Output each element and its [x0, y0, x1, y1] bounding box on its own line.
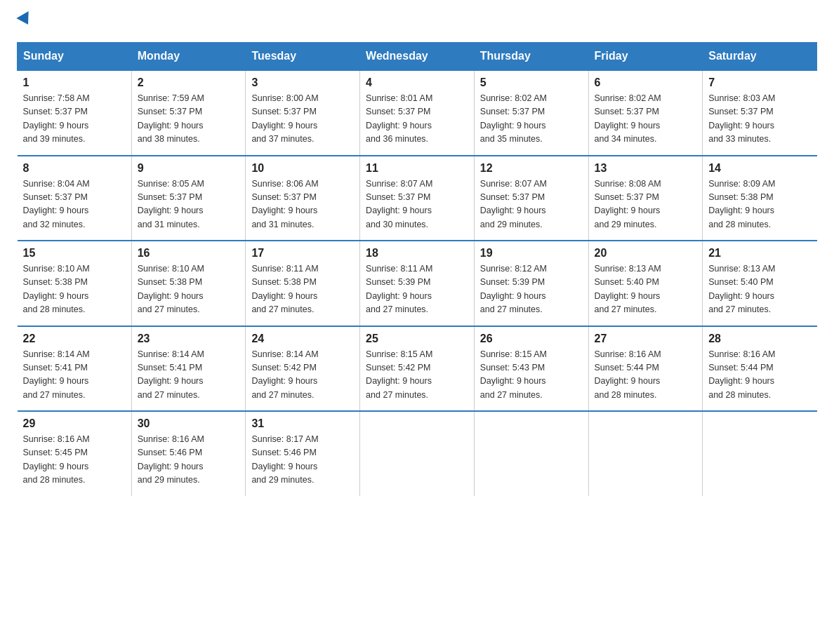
- day-info: Sunrise: 8:14 AM Sunset: 5:42 PM Dayligh…: [251, 348, 354, 403]
- day-info: Sunrise: 7:58 AM Sunset: 5:37 PM Dayligh…: [23, 92, 126, 147]
- header-thursday: Thursday: [474, 43, 588, 71]
- calendar-cell: 5 Sunrise: 8:02 AM Sunset: 5:37 PM Dayli…: [474, 70, 588, 156]
- day-number: 29: [23, 417, 126, 430]
- day-number: 23: [138, 333, 240, 345]
- day-number: 8: [23, 162, 126, 175]
- calendar-cell: 21 Sunrise: 8:13 AM Sunset: 5:40 PM Dayl…: [703, 241, 817, 326]
- day-info: Sunrise: 8:10 AM Sunset: 5:38 PM Dayligh…: [138, 262, 240, 317]
- calendar-cell: 12 Sunrise: 8:07 AM Sunset: 5:37 PM Dayl…: [474, 156, 588, 241]
- day-number: 20: [595, 247, 697, 260]
- calendar-cell: 14 Sunrise: 8:09 AM Sunset: 5:38 PM Dayl…: [703, 156, 817, 241]
- day-number: 18: [366, 247, 468, 260]
- day-info: Sunrise: 8:07 AM Sunset: 5:37 PM Dayligh…: [480, 177, 583, 232]
- day-number: 14: [708, 162, 811, 175]
- calendar-cell: [474, 411, 588, 496]
- day-number: 2: [138, 76, 240, 89]
- header-saturday: Saturday: [703, 43, 817, 71]
- header-friday: Friday: [588, 43, 703, 71]
- header-monday: Monday: [131, 43, 246, 71]
- header-tuesday: Tuesday: [246, 43, 360, 71]
- day-number: 19: [480, 247, 583, 260]
- calendar-cell: 25 Sunrise: 8:15 AM Sunset: 5:42 PM Dayl…: [360, 326, 475, 412]
- header-sunday: Sunday: [18, 43, 132, 71]
- calendar-cell: 13 Sunrise: 8:08 AM Sunset: 5:37 PM Dayl…: [588, 156, 703, 241]
- day-info: Sunrise: 8:16 AM Sunset: 5:44 PM Dayligh…: [595, 348, 697, 403]
- calendar-cell: 3 Sunrise: 8:00 AM Sunset: 5:37 PM Dayli…: [246, 70, 360, 156]
- page-header: [17, 17, 817, 28]
- calendar-cell: 24 Sunrise: 8:14 AM Sunset: 5:42 PM Dayl…: [246, 326, 360, 412]
- calendar-cell: 10 Sunrise: 8:06 AM Sunset: 5:37 PM Dayl…: [246, 156, 360, 241]
- calendar-cell: [360, 411, 475, 496]
- day-number: 15: [23, 247, 126, 260]
- day-number: 12: [480, 162, 583, 175]
- calendar-cell: 22 Sunrise: 8:14 AM Sunset: 5:41 PM Dayl…: [18, 326, 132, 412]
- day-info: Sunrise: 8:14 AM Sunset: 5:41 PM Dayligh…: [23, 348, 126, 403]
- calendar-cell: 18 Sunrise: 8:11 AM Sunset: 5:39 PM Dayl…: [360, 241, 475, 326]
- week-row: 22 Sunrise: 8:14 AM Sunset: 5:41 PM Dayl…: [18, 326, 817, 412]
- day-number: 25: [366, 333, 468, 345]
- calendar-cell: 17 Sunrise: 8:11 AM Sunset: 5:38 PM Dayl…: [246, 241, 360, 326]
- calendar-cell: 19 Sunrise: 8:12 AM Sunset: 5:39 PM Dayl…: [474, 241, 588, 326]
- day-number: 22: [23, 333, 126, 345]
- calendar-cell: 8 Sunrise: 8:04 AM Sunset: 5:37 PM Dayli…: [18, 156, 132, 241]
- day-number: 6: [595, 76, 697, 89]
- day-info: Sunrise: 8:12 AM Sunset: 5:39 PM Dayligh…: [480, 262, 583, 317]
- day-info: Sunrise: 8:14 AM Sunset: 5:41 PM Dayligh…: [138, 348, 240, 403]
- day-number: 26: [480, 333, 583, 345]
- day-number: 5: [480, 76, 583, 89]
- calendar-cell: 29 Sunrise: 8:16 AM Sunset: 5:45 PM Dayl…: [18, 411, 132, 496]
- week-row: 1 Sunrise: 7:58 AM Sunset: 5:37 PM Dayli…: [18, 70, 817, 156]
- day-number: 1: [23, 76, 126, 89]
- day-info: Sunrise: 8:09 AM Sunset: 5:38 PM Dayligh…: [708, 177, 811, 232]
- calendar-cell: 11 Sunrise: 8:07 AM Sunset: 5:37 PM Dayl…: [360, 156, 475, 241]
- day-number: 17: [251, 247, 354, 260]
- day-info: Sunrise: 8:11 AM Sunset: 5:39 PM Dayligh…: [366, 262, 468, 317]
- day-number: 13: [595, 162, 697, 175]
- logo: [17, 17, 32, 28]
- calendar-cell: 23 Sunrise: 8:14 AM Sunset: 5:41 PM Dayl…: [131, 326, 246, 412]
- day-info: Sunrise: 8:02 AM Sunset: 5:37 PM Dayligh…: [595, 92, 697, 147]
- day-info: Sunrise: 8:13 AM Sunset: 5:40 PM Dayligh…: [595, 262, 697, 317]
- calendar-table: SundayMondayTuesdayWednesdayThursdayFrid…: [17, 42, 817, 496]
- day-info: Sunrise: 8:05 AM Sunset: 5:37 PM Dayligh…: [138, 177, 240, 232]
- day-info: Sunrise: 8:11 AM Sunset: 5:38 PM Dayligh…: [251, 262, 354, 317]
- calendar-cell: 27 Sunrise: 8:16 AM Sunset: 5:44 PM Dayl…: [588, 326, 703, 412]
- day-number: 16: [138, 247, 240, 260]
- day-number: 31: [251, 417, 354, 430]
- day-number: 24: [251, 333, 354, 345]
- day-info: Sunrise: 8:08 AM Sunset: 5:37 PM Dayligh…: [595, 177, 697, 232]
- day-number: 27: [595, 333, 697, 345]
- day-info: Sunrise: 8:17 AM Sunset: 5:46 PM Dayligh…: [251, 433, 354, 488]
- day-number: 7: [708, 76, 811, 89]
- day-number: 28: [708, 333, 811, 345]
- day-number: 9: [138, 162, 240, 175]
- calendar-cell: [703, 411, 817, 496]
- calendar-header: SundayMondayTuesdayWednesdayThursdayFrid…: [18, 43, 817, 71]
- day-info: Sunrise: 7:59 AM Sunset: 5:37 PM Dayligh…: [138, 92, 240, 147]
- week-row: 8 Sunrise: 8:04 AM Sunset: 5:37 PM Dayli…: [18, 156, 817, 241]
- week-row: 15 Sunrise: 8:10 AM Sunset: 5:38 PM Dayl…: [18, 241, 817, 326]
- day-info: Sunrise: 8:16 AM Sunset: 5:45 PM Dayligh…: [23, 433, 126, 488]
- day-info: Sunrise: 8:13 AM Sunset: 5:40 PM Dayligh…: [708, 262, 811, 317]
- calendar-cell: 2 Sunrise: 7:59 AM Sunset: 5:37 PM Dayli…: [131, 70, 246, 156]
- calendar-cell: 6 Sunrise: 8:02 AM Sunset: 5:37 PM Dayli…: [588, 70, 703, 156]
- calendar-cell: 31 Sunrise: 8:17 AM Sunset: 5:46 PM Dayl…: [246, 411, 360, 496]
- day-info: Sunrise: 8:16 AM Sunset: 5:46 PM Dayligh…: [138, 433, 240, 488]
- day-info: Sunrise: 8:03 AM Sunset: 5:37 PM Dayligh…: [708, 92, 811, 147]
- calendar-cell: 9 Sunrise: 8:05 AM Sunset: 5:37 PM Dayli…: [131, 156, 246, 241]
- day-number: 3: [251, 76, 354, 89]
- calendar-cell: 26 Sunrise: 8:15 AM Sunset: 5:43 PM Dayl…: [474, 326, 588, 412]
- header-wednesday: Wednesday: [360, 43, 475, 71]
- calendar-cell: 4 Sunrise: 8:01 AM Sunset: 5:37 PM Dayli…: [360, 70, 475, 156]
- day-info: Sunrise: 8:00 AM Sunset: 5:37 PM Dayligh…: [251, 92, 354, 147]
- day-info: Sunrise: 8:04 AM Sunset: 5:37 PM Dayligh…: [23, 177, 126, 232]
- day-info: Sunrise: 8:15 AM Sunset: 5:42 PM Dayligh…: [366, 348, 468, 403]
- day-info: Sunrise: 8:16 AM Sunset: 5:44 PM Dayligh…: [708, 348, 811, 403]
- calendar-cell: 1 Sunrise: 7:58 AM Sunset: 5:37 PM Dayli…: [18, 70, 132, 156]
- calendar-cell: 30 Sunrise: 8:16 AM Sunset: 5:46 PM Dayl…: [131, 411, 246, 496]
- calendar-cell: 15 Sunrise: 8:10 AM Sunset: 5:38 PM Dayl…: [18, 241, 132, 326]
- calendar-cell: 16 Sunrise: 8:10 AM Sunset: 5:38 PM Dayl…: [131, 241, 246, 326]
- week-row: 29 Sunrise: 8:16 AM Sunset: 5:45 PM Dayl…: [18, 411, 817, 496]
- day-info: Sunrise: 8:06 AM Sunset: 5:37 PM Dayligh…: [251, 177, 354, 232]
- day-info: Sunrise: 8:10 AM Sunset: 5:38 PM Dayligh…: [23, 262, 126, 317]
